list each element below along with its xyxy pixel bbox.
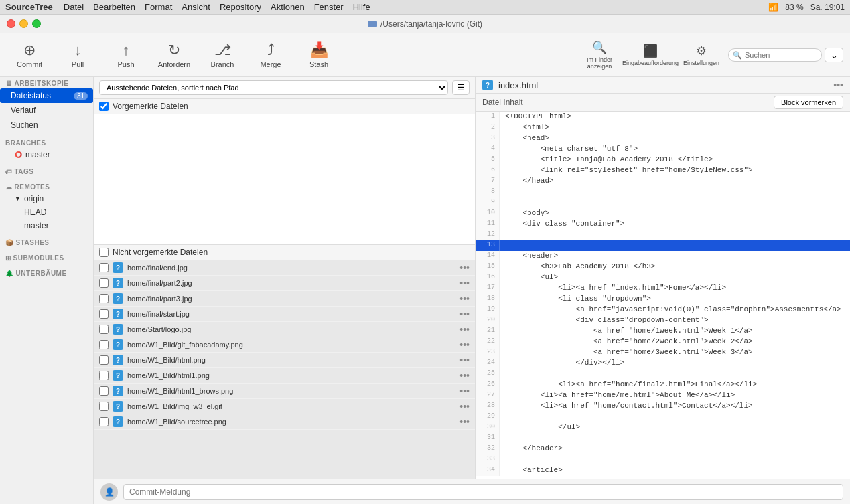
diff-line[interactable]: 28 <li><a href="home/contact.html">Conta… bbox=[476, 401, 850, 412]
menu-fenster[interactable]: Fenster bbox=[314, 2, 344, 12]
pull-button[interactable]: ↓ Pull bbox=[55, 35, 100, 74]
file-more-7[interactable]: ••• bbox=[459, 370, 470, 381]
file-checkbox-10[interactable] bbox=[99, 417, 109, 426]
diff-line[interactable]: 31 bbox=[476, 433, 850, 444]
file-more-6[interactable]: ••• bbox=[459, 355, 470, 365]
diff-line[interactable]: 14 <header> bbox=[476, 251, 850, 262]
file-more-3[interactable]: ••• bbox=[459, 309, 470, 319]
diff-header-more[interactable]: ••• bbox=[833, 80, 843, 90]
diff-line[interactable]: 20 <div class="dropdown-content"> bbox=[476, 315, 850, 326]
file-checkbox-9[interactable] bbox=[99, 402, 109, 411]
file-checkbox-5[interactable] bbox=[99, 340, 109, 349]
menu-ansicht[interactable]: Ansicht bbox=[182, 2, 210, 12]
menu-repository[interactable]: Repository bbox=[220, 2, 261, 12]
diff-line[interactable]: 7 </head> bbox=[476, 176, 850, 187]
anfordern-button[interactable]: ↻ Anfordern bbox=[151, 35, 197, 74]
list-item[interactable]: ? home/final/part3.jpg ••• bbox=[94, 291, 475, 307]
file-checkbox-8[interactable] bbox=[99, 386, 109, 396]
list-item[interactable]: ? home/W1_Bild/sourcetree.png ••• bbox=[94, 414, 475, 430]
diff-line[interactable]: 29 bbox=[476, 412, 850, 422]
file-more-9[interactable]: ••• bbox=[459, 401, 470, 412]
sidebar-item-verlauf[interactable]: Verlauf bbox=[0, 103, 93, 118]
diff-line[interactable]: 15 <h3>Fab Academy 2018 </h3> bbox=[476, 262, 850, 272]
diff-line[interactable]: 19 <a href="javascript:void(0)" class="d… bbox=[476, 305, 850, 315]
sidebar-item-master-remote[interactable]: master bbox=[0, 219, 93, 232]
settings-button[interactable]: ⚙ Einstellungen bbox=[677, 35, 725, 74]
close-button[interactable] bbox=[7, 19, 15, 28]
list-item[interactable]: ? home/final/end.jpg ••• bbox=[94, 260, 475, 276]
diff-line[interactable]: 18 <li class="dropdown"> bbox=[476, 294, 850, 305]
list-item[interactable]: ? home/W1_Bild/git_fabacadamy.png ••• bbox=[94, 337, 475, 353]
file-more-8[interactable]: ••• bbox=[459, 386, 470, 396]
file-checkbox-4[interactable] bbox=[99, 325, 109, 334]
window-controls[interactable] bbox=[7, 19, 41, 28]
sidebar-item-suchen[interactable]: Suchen bbox=[0, 118, 93, 133]
file-more-0[interactable]: ••• bbox=[459, 262, 470, 273]
diff-line[interactable]: 22 <a href="home/2week.html">Week 2</a> bbox=[476, 337, 850, 347]
file-more-4[interactable]: ••• bbox=[459, 324, 470, 335]
branch-button[interactable]: ⎇ Branch bbox=[200, 35, 245, 74]
diff-line[interactable]: 12 bbox=[476, 230, 850, 240]
unstaged-checkbox[interactable] bbox=[99, 248, 109, 257]
diff-line[interactable]: 5 <title> Tanja@Fab Academy 2018 </title… bbox=[476, 155, 850, 165]
menu-bearbeiten[interactable]: Bearbeiten bbox=[93, 2, 135, 12]
list-item[interactable]: ? home/W1_Bild/html1_brows.png ••• bbox=[94, 384, 475, 399]
diff-line[interactable]: 23 <a href="home/3week.html">Week 3</a> bbox=[476, 347, 850, 358]
gear-button[interactable]: ⌄ bbox=[825, 48, 843, 62]
sidebar-item-dateistatus[interactable]: Dateistatus 31 bbox=[0, 88, 93, 103]
list-item[interactable]: ? home/Start/logo.jpg ••• bbox=[94, 322, 475, 337]
maximize-button[interactable] bbox=[32, 19, 41, 28]
commit-input[interactable] bbox=[123, 484, 843, 500]
diff-content[interactable]: 1 <!DOCTYPE html> 2 <html> 3 <head> 4 <m… bbox=[476, 112, 850, 479]
sidebar-item-head[interactable]: HEAD bbox=[0, 205, 93, 219]
file-checkbox-0[interactable] bbox=[99, 263, 109, 272]
diff-line[interactable]: 9 bbox=[476, 197, 850, 208]
diff-line[interactable]: 16 <ul> bbox=[476, 272, 850, 283]
list-item[interactable]: ? home/final/start.jpg ••• bbox=[94, 307, 475, 322]
merge-button[interactable]: ⤴ Merge bbox=[248, 35, 293, 74]
list-item[interactable]: ? home/W1_Bild/img_w3_el.gif ••• bbox=[94, 399, 475, 414]
minimize-button[interactable] bbox=[19, 19, 28, 28]
file-more-1[interactable]: ••• bbox=[459, 278, 470, 288]
file-checkbox-1[interactable] bbox=[99, 278, 109, 288]
diff-line[interactable]: 26 <li><a href="home/final2.html">Final<… bbox=[476, 380, 850, 390]
file-more-2[interactable]: ••• bbox=[459, 293, 470, 304]
sidebar-item-origin[interactable]: ▼ origin bbox=[0, 192, 93, 205]
block-vormerken-button[interactable]: Block vormerken bbox=[774, 96, 843, 109]
menu-hilfe[interactable]: Hilfe bbox=[353, 2, 370, 12]
commit-button[interactable]: ⊕ Commit bbox=[7, 35, 52, 74]
menu-aktionen[interactable]: Aktionen bbox=[271, 2, 305, 12]
file-checkbox-7[interactable] bbox=[99, 371, 109, 380]
stash-button[interactable]: 📥 Stash bbox=[296, 35, 342, 74]
diff-line[interactable]: 32 </header> bbox=[476, 444, 850, 454]
diff-line[interactable]: 10 <body> bbox=[476, 208, 850, 219]
file-checkbox-2[interactable] bbox=[99, 294, 109, 303]
diff-line[interactable]: 33 bbox=[476, 454, 850, 465]
filter-dropdown[interactable]: Ausstehende Dateien, sortiert nach Pfad bbox=[99, 80, 448, 95]
diff-line[interactable]: 3 <head> bbox=[476, 133, 850, 144]
diff-line[interactable]: 34 <article> bbox=[476, 465, 850, 476]
file-more-10[interactable]: ••• bbox=[459, 416, 470, 427]
diff-line[interactable]: 2 <html> bbox=[476, 122, 850, 133]
list-view-button[interactable]: ☰ bbox=[452, 80, 470, 95]
diff-line[interactable]: 24 </div></li> bbox=[476, 358, 850, 369]
terminal-button[interactable]: ⬛ Eingabeaufforderung bbox=[626, 35, 675, 74]
diff-line[interactable]: 8 bbox=[476, 187, 850, 197]
sidebar-item-master[interactable]: ⭕ master bbox=[0, 148, 93, 161]
search-input[interactable] bbox=[728, 48, 822, 62]
file-checkbox-3[interactable] bbox=[99, 309, 109, 319]
diff-line[interactable]: 27 <li><a href="home/me.html">About Me</… bbox=[476, 390, 850, 401]
diff-line[interactable]: 4 <meta charset="utf-8"> bbox=[476, 144, 850, 155]
diff-line[interactable]: 1 <!DOCTYPE html> bbox=[476, 112, 850, 122]
file-more-5[interactable]: ••• bbox=[459, 339, 470, 350]
diff-line[interactable]: 30 </ul> bbox=[476, 422, 850, 433]
staged-checkbox[interactable] bbox=[99, 102, 109, 111]
diff-line[interactable]: 25 bbox=[476, 369, 850, 380]
diff-line[interactable]: 11 <div class="container"> bbox=[476, 219, 850, 230]
finder-button[interactable]: 🔍 Im Finder anzeigen bbox=[575, 35, 624, 74]
list-item[interactable]: ? home/final/part2.jpg ••• bbox=[94, 276, 475, 291]
menu-datei[interactable]: Datei bbox=[64, 2, 84, 12]
diff-line[interactable]: 13 bbox=[476, 240, 850, 251]
diff-line[interactable]: 6 <link rel="stylesheet" href="home/Styl… bbox=[476, 165, 850, 176]
diff-line[interactable]: 21 <a href="home/1week.html">Week 1</a> bbox=[476, 326, 850, 337]
